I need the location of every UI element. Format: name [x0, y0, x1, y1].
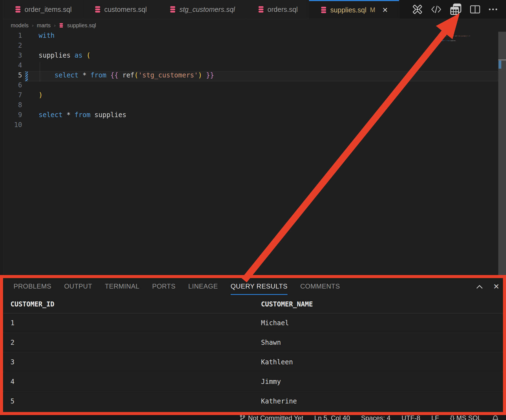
panel-tab-comments[interactable]: COMMENTS: [300, 278, 340, 295]
status-item[interactable]: LF: [431, 414, 439, 420]
code-line[interactable]: [39, 101, 214, 111]
code-line[interactable]: supplies as (: [39, 52, 214, 61]
breadcrumb-separator: ›: [54, 23, 55, 28]
tab-label: order_items.sql: [25, 6, 72, 14]
table-row: 1Michael: [0, 313, 506, 333]
tab-order_items.sql[interactable]: order_items.sql: [3, 0, 83, 19]
table-cell: 5: [10, 397, 261, 405]
code-line[interactable]: [39, 61, 214, 71]
code-line[interactable]: with: [39, 32, 214, 42]
code-line[interactable]: select * from supplies: [39, 111, 214, 121]
breadcrumb-separator: ›: [32, 23, 33, 28]
code-line[interactable]: [39, 81, 214, 91]
database-icon: [320, 6, 327, 14]
tab-stg_customers.sql[interactable]: stg_customers.sql: [158, 0, 246, 19]
compiled-code-icon[interactable]: [431, 5, 442, 14]
sidebar-edge: [0, 0, 3, 275]
table-cell: Shawn: [261, 339, 506, 346]
code-line[interactable]: select * from {{ ref('stg_customers') }}: [39, 71, 214, 81]
minimap-line: select * from {{ ref('stg_customers') }}: [441, 35, 474, 36]
breadcrumb-file[interactable]: supplies.sql: [67, 22, 96, 29]
tab-customers.sql[interactable]: customers.sql: [83, 0, 158, 19]
database-icon: [94, 6, 101, 13]
query-results-table: CUSTOMER_IDCUSTOMER_NAME1Michael2Shawn3K…: [0, 295, 506, 411]
split-editor-icon[interactable]: [470, 5, 480, 14]
code-line[interactable]: ): [39, 91, 214, 101]
status-item[interactable]: {} MS SQL: [450, 414, 481, 420]
table-row: 2Shawn: [0, 333, 506, 352]
database-icon: [169, 6, 176, 13]
git-status-item[interactable]: Not Committed Yet: [239, 414, 303, 420]
panel-tab-problems[interactable]: PROBLEMS: [14, 278, 51, 295]
panel-tab-ports[interactable]: PORTS: [152, 278, 175, 295]
tab-supplies.sql[interactable]: supplies.sqlM✕: [309, 0, 399, 19]
more-actions-icon[interactable]: [488, 8, 498, 11]
code-line[interactable]: [39, 121, 214, 131]
table-cell: 1: [10, 319, 261, 327]
line-number: 5: [0, 71, 22, 81]
minimap-modified-marker: [438, 35, 440, 36]
git-modified-badge: M: [370, 6, 375, 14]
status-bar: Not Committed Yet Ln 5, Col 40Spaces: 4U…: [0, 414, 506, 420]
line-number: 9: [0, 111, 22, 121]
tab-close-icon[interactable]: ✕: [382, 6, 388, 14]
minimap[interactable]: withsupplies as ( select * from {{ ref('…: [441, 31, 474, 42]
table-row: 5Katherine: [0, 392, 506, 411]
chevron-up-icon[interactable]: [476, 285, 483, 289]
line-number: 7: [0, 91, 22, 101]
status-item[interactable]: Spaces: 4: [361, 414, 391, 420]
column-header: CUSTOMER_ID: [10, 300, 261, 308]
overview-cursor-marker: [498, 60, 506, 60]
tabs-container: order_items.sqlcustomers.sqlstg_customer…: [3, 0, 399, 19]
line-number: 10: [0, 121, 22, 131]
panel-tab-query-results[interactable]: QUERY RESULTS: [231, 278, 288, 295]
status-item[interactable]: UTF-8: [401, 414, 420, 420]
bottom-panel: PROBLEMSOUTPUTTERMINALPORTSLINEAGEQUERY …: [0, 278, 506, 412]
database-icon: [59, 23, 64, 28]
code-line[interactable]: [39, 42, 214, 52]
table-cell: Kathleen: [261, 358, 506, 366]
git-status-label: Not Committed Yet: [248, 414, 303, 420]
tab-label: supplies.sql: [330, 6, 366, 14]
panel-tab-terminal[interactable]: TERMINAL: [105, 278, 139, 295]
panel-tab-output[interactable]: OUTPUT: [64, 278, 92, 295]
minimap-line: [441, 41, 474, 42]
line-number: 3: [0, 52, 22, 61]
vertical-scrollbar[interactable]: [498, 32, 506, 275]
tab-label: orders.sql: [268, 6, 298, 14]
tab-label: stg_customers.sql: [179, 6, 235, 14]
table-cell: Jimmy: [261, 378, 506, 386]
breadcrumb-item[interactable]: models: [11, 22, 28, 29]
line-number-gutter: 12345678910: [0, 32, 22, 131]
code-content[interactable]: withsupplies as ( select * from {{ ref('…: [39, 32, 214, 131]
table-row: 3Kathleen: [0, 352, 506, 372]
line-number: 8: [0, 101, 22, 111]
query-results-icon[interactable]: [450, 3, 462, 15]
panel-tab-lineage[interactable]: LINEAGE: [188, 278, 218, 295]
line-number: 2: [0, 42, 22, 52]
editor-actions: [412, 0, 506, 19]
table-cell: 3: [10, 358, 261, 366]
breadcrumb[interactable]: models›marts›supplies.sql: [3, 19, 506, 32]
line-number: 6: [0, 81, 22, 91]
panel-close-icon[interactable]: ✕: [493, 282, 499, 291]
database-icon: [257, 6, 265, 13]
dbt-power-user-icon[interactable]: [412, 4, 423, 15]
git-branch-icon: [239, 414, 246, 420]
bell-icon[interactable]: [492, 415, 499, 420]
breadcrumb-item[interactable]: marts: [37, 22, 50, 29]
table-cell: 2: [10, 339, 261, 346]
line-number: 4: [0, 61, 22, 71]
status-item[interactable]: Ln 5, Col 40: [314, 414, 350, 420]
editor-tab-bar: order_items.sqlcustomers.sqlstg_customer…: [3, 0, 506, 19]
panel-tab-bar: PROBLEMSOUTPUTTERMINALPORTSLINEAGEQUERY …: [0, 278, 506, 295]
table-cell: 4: [10, 378, 261, 386]
table-row: 4Jimmy: [0, 372, 506, 392]
status-items: Ln 5, Col 40Spaces: 4UTF-8LF{} MS SQL: [314, 414, 481, 420]
line-number: 1: [0, 32, 22, 42]
database-icon: [14, 6, 22, 13]
table-cell: Katherine: [261, 397, 506, 405]
code-editor[interactable]: 12345678910 withsupplies as ( select * f…: [0, 32, 506, 275]
column-header: CUSTOMER_NAME: [261, 300, 506, 308]
tab-orders.sql[interactable]: orders.sql: [246, 0, 309, 19]
